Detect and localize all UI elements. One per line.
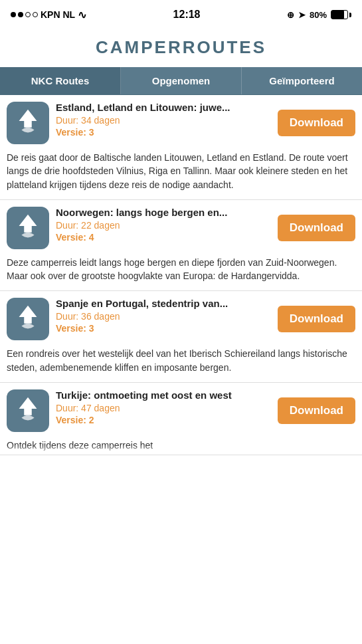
status-bar: KPN NL ∿ 12:18 ⊕ ➤ 80% (0, 0, 362, 29)
battery-tip (349, 13, 351, 17)
route-arrow-icon (15, 395, 41, 427)
route-item: Noorwegen: langs hoge bergen en... Duur:… (0, 200, 362, 292)
route-version: Versie: 3 (56, 127, 271, 138)
tab-opgenomen[interactable]: Opgenomen (121, 67, 242, 94)
route-title: Noorwegen: langs hoge bergen en... (56, 207, 271, 218)
signal-dot-3 (25, 12, 31, 17)
route-version: Versie: 3 (56, 323, 271, 334)
download-button[interactable]: Download (278, 306, 355, 332)
route-description: De reis gaat door de Baltische landen Li… (0, 148, 362, 199)
clock: 12:18 (173, 9, 201, 21)
download-button[interactable]: Download (278, 110, 355, 136)
route-icon (7, 102, 49, 144)
route-icon (7, 207, 49, 249)
route-item: Estland, Letland en Litouwen: juwe... Du… (0, 95, 362, 200)
route-duration: Duur: 34 dagen (56, 115, 271, 126)
download-button[interactable]: Download (278, 397, 355, 424)
tab-nkc-routes[interactable]: NKC Routes (0, 67, 121, 94)
route-arrow-icon (15, 107, 41, 139)
tab-geimporteerd[interactable]: Geïmporteerd (242, 67, 362, 94)
battery-body (331, 10, 348, 19)
route-meta: Spanje en Portugal, stedentrip van... Du… (56, 298, 271, 334)
route-meta: Turkije: ontmoeting met oost en west Duu… (56, 389, 271, 425)
route-arrow-icon (15, 212, 41, 244)
route-list: Estland, Letland en Litouwen: juwe... Du… (0, 95, 362, 455)
location-icon: ⊕ (287, 10, 294, 20)
route-arrow-icon (15, 303, 41, 335)
app-title: CAMPERROUTES (0, 29, 362, 67)
route-icon (7, 389, 49, 432)
download-button[interactable]: Download (278, 215, 355, 241)
battery-icon (331, 10, 351, 19)
route-title: Spanje en Portugal, stedentrip van... (56, 298, 271, 309)
status-right: ⊕ ➤ 80% (287, 10, 351, 20)
signal-dot-1 (11, 12, 16, 17)
route-description: Deze camperreis leidt langs hoge bergen … (0, 253, 362, 291)
route-header: Spanje en Portugal, stedentrip van... Du… (0, 291, 362, 344)
wifi-icon: ∿ (78, 9, 86, 21)
route-icon (7, 298, 49, 340)
signal-dots (11, 12, 38, 17)
route-description: Een rondreis over het westelijk deel van… (0, 344, 362, 382)
route-duration: Duur: 36 dagen (56, 311, 271, 322)
route-version: Versie: 4 (56, 232, 271, 243)
arrow-icon: ➤ (298, 10, 306, 20)
route-header: Turkije: ontmoeting met oost en west Duu… (0, 383, 362, 436)
route-meta: Estland, Letland en Litouwen: juwe... Du… (56, 102, 271, 138)
route-duration: Duur: 47 dagen (56, 403, 271, 413)
signal-dot-2 (18, 12, 23, 17)
carrier-label: KPN NL (41, 9, 75, 20)
route-duration: Duur: 22 dagen (56, 220, 271, 231)
route-title: Estland, Letland en Litouwen: juwe... (56, 102, 271, 113)
route-description: Ontdek tijdens deze camperreis het (0, 436, 362, 455)
route-header: Noorwegen: langs hoge bergen en... Duur:… (0, 200, 362, 253)
route-meta: Noorwegen: langs hoge bergen en... Duur:… (56, 207, 271, 243)
route-item: Turkije: ontmoeting met oost en west Duu… (0, 383, 362, 455)
battery-fill (331, 11, 344, 19)
battery-percent: 80% (310, 10, 327, 20)
route-title: Turkije: ontmoeting met oost en west (56, 389, 271, 401)
route-version: Versie: 2 (56, 415, 271, 425)
tab-bar: NKC Routes Opgenomen Geïmporteerd (0, 67, 362, 95)
signal-dot-4 (33, 12, 38, 17)
status-left: KPN NL ∿ (11, 9, 86, 21)
route-item: Spanje en Portugal, stedentrip van... Du… (0, 291, 362, 383)
route-header: Estland, Letland en Litouwen: juwe... Du… (0, 95, 362, 148)
